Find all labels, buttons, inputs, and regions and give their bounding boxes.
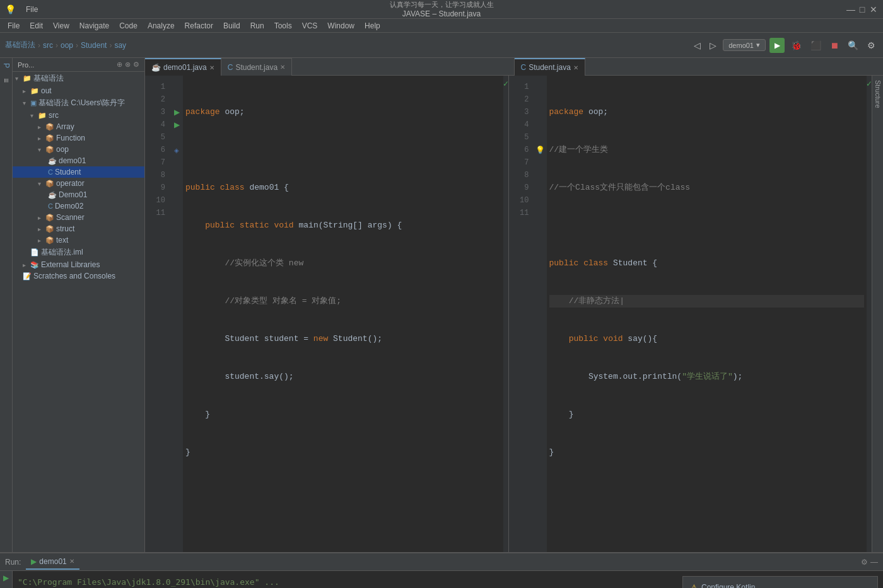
- breadcrumb-say[interactable]: say: [114, 41, 126, 50]
- project-tree: ▾ 📁 基础语法 ▸ 📁 out ▾ ▣ 基础语法 C:\Users\陈丹字 ▾…: [13, 72, 144, 552]
- tab-student-left[interactable]: C Student.java ✕: [221, 58, 292, 76]
- breadcrumb-student[interactable]: Student: [81, 41, 107, 50]
- bulb-icon[interactable]: 💡: [535, 146, 545, 154]
- run-arrow-icon[interactable]: ▶: [174, 120, 180, 129]
- tree-item-iml[interactable]: 📄 基础语法.iml: [13, 246, 144, 259]
- settings-icon[interactable]: ⚙: [865, 39, 878, 52]
- tab-close[interactable]: ✕: [69, 558, 74, 565]
- project-header: Pro... ⊕ ⊗ ⚙: [13, 58, 144, 72]
- gutter-item[interactable]: ▶: [170, 106, 183, 118]
- code-line: }: [549, 408, 865, 421]
- menu-file[interactable]: File: [3, 20, 25, 32]
- tree-item-opdemo01[interactable]: ☕ Demo01: [13, 189, 144, 200]
- menu-file[interactable]: File: [21, 4, 43, 15]
- tree-label: 基础语法: [33, 73, 64, 84]
- expand-arrow: ▸: [38, 237, 45, 244]
- tab-close[interactable]: ✕: [280, 64, 285, 71]
- breadcrumb-oop[interactable]: oop: [61, 41, 73, 50]
- stop-button[interactable]: ⏹: [827, 39, 841, 52]
- settings-icon[interactable]: ⚙: [861, 558, 868, 567]
- gutter-item[interactable]: 💡: [534, 144, 547, 156]
- tree-item-operator[interactable]: ▾ 📦 operator: [13, 178, 144, 189]
- gutter-item[interactable]: ▶: [170, 118, 183, 131]
- package-icon: 📦: [45, 236, 54, 245]
- minimize-icon[interactable]: —: [870, 558, 878, 567]
- tree-item[interactable]: ▸ 📁 out: [13, 85, 144, 96]
- run-play-btn[interactable]: ▶: [3, 574, 9, 582]
- editor-content-right[interactable]: 1 2 3 4 5 6 7 8 9 10 11: [509, 76, 872, 552]
- bottom-tab-controls: ⚙ —: [861, 558, 878, 567]
- tree-item-extlibs[interactable]: ▸ 📚 External Libraries: [13, 259, 144, 270]
- run-config-dropdown[interactable]: demo01▾: [723, 39, 766, 51]
- tree-item-demo01[interactable]: ☕ demo01: [13, 155, 144, 166]
- run-arrow-icon[interactable]: ▶: [174, 108, 180, 117]
- run-sidebar: ▶ ⏹ ↺ ↑ ↓ ⇥ 🖨: [0, 571, 13, 588]
- debug-button[interactable]: 🐞: [788, 39, 804, 52]
- scratches-icon: 📝: [23, 272, 32, 280]
- code-area-left[interactable]: package oop; public class demo01 { publi…: [183, 76, 503, 552]
- line-num: 9: [145, 182, 170, 194]
- tree-item-text[interactable]: ▸ 📦 text: [13, 234, 144, 246]
- nav-forward-icon[interactable]: ▷: [707, 39, 719, 52]
- tree-item-demo02[interactable]: C Demo02: [13, 200, 144, 212]
- menu-help[interactable]: Help: [360, 20, 385, 32]
- menu-vcs[interactable]: VCS: [297, 20, 323, 32]
- breadcrumb-root[interactable]: 基础语法: [5, 40, 35, 50]
- menu-build[interactable]: Build: [218, 20, 245, 32]
- expand-arrow: ▸: [38, 124, 45, 130]
- menu-refactor[interactable]: Refactor: [180, 20, 218, 32]
- tree-item[interactable]: ▸ 📦 Array: [13, 121, 144, 132]
- tree-item[interactable]: ▾ ▣ 基础语法 C:\Users\陈丹字: [13, 96, 144, 110]
- editor-pane-left[interactable]: 1 2 3 4 5 6 7 8 9 10 11: [145, 76, 508, 552]
- search-everywhere-icon[interactable]: 🔍: [845, 39, 861, 52]
- structure-icon[interactable]: ≡: [1, 76, 12, 85]
- tree-item[interactable]: ▾ 📁 src: [13, 110, 144, 121]
- tree-item-function[interactable]: ▸ 📦 Function: [13, 132, 144, 144]
- editor-content-left[interactable]: 1 2 3 4 5 6 7 8 9 10 11: [145, 76, 508, 552]
- coverage-button[interactable]: ⬛: [808, 39, 824, 52]
- code-area-right[interactable]: package oop; //建一个学生类 //一个Class文件只能包含一个c…: [547, 76, 867, 552]
- tree-item-scratches[interactable]: 📝 Scratches and Consoles: [13, 270, 144, 282]
- editor-tab-bar: ☕ demo01.java ✕ C Student.java ✕ C Stude…: [145, 58, 883, 76]
- run-label: Run:: [5, 558, 21, 567]
- tab-close[interactable]: ✕: [573, 64, 578, 71]
- nav-back-icon[interactable]: ◁: [691, 39, 703, 52]
- tree-item[interactable]: ▾ 📁 基础语法: [13, 72, 144, 85]
- breadcrumb-src[interactable]: src: [43, 41, 53, 50]
- tab-icon: ☕: [151, 63, 161, 72]
- menu-view[interactable]: View: [48, 20, 74, 32]
- code-line-current[interactable]: //非静态方法|: [549, 295, 865, 308]
- run-button[interactable]: ▶: [769, 38, 785, 53]
- project-icon[interactable]: P: [1, 61, 12, 71]
- gutter-item: [170, 156, 183, 169]
- tree-item-student[interactable]: C Student: [13, 166, 144, 178]
- scroll-from-source-icon[interactable]: ⊗: [125, 61, 131, 69]
- bottom-tab-run[interactable]: ▶ demo01 ✕: [26, 555, 79, 570]
- titlebar-title: 认真学习每一天，让学习成就人生 JAVASE – Student.java: [390, 0, 494, 18]
- menu-edit[interactable]: Edit: [25, 20, 48, 32]
- tree-item-scanner[interactable]: ▸ 📦 Scanner: [13, 212, 144, 223]
- tab-student-right[interactable]: C Student.java ✕: [515, 58, 585, 76]
- tree-label-extlibs: External Libraries: [41, 260, 100, 269]
- tab-demo01[interactable]: ☕ demo01.java ✕: [145, 58, 221, 76]
- menu-navigate[interactable]: Navigate: [74, 20, 114, 32]
- tree-item-oop[interactable]: ▾ 📦 oop: [13, 144, 144, 155]
- maximize-btn[interactable]: □: [858, 5, 867, 14]
- tree-settings-icon[interactable]: ⚙: [133, 61, 139, 69]
- structure-icon[interactable]: Structure: [874, 78, 882, 110]
- expand-arrow: ▾: [15, 75, 23, 82]
- menu-tools[interactable]: Tools: [269, 20, 297, 32]
- close-btn[interactable]: ✕: [869, 5, 878, 14]
- tab-close[interactable]: ✕: [209, 64, 214, 71]
- collapse-icon[interactable]: ⊕: [117, 61, 122, 69]
- check-mark: ✓: [867, 76, 872, 92]
- menu-window[interactable]: Window: [322, 20, 360, 32]
- editor-pane-right[interactable]: 1 2 3 4 5 6 7 8 9 10 11: [508, 76, 872, 552]
- menu-code[interactable]: Code: [114, 20, 143, 32]
- run-output[interactable]: "C:\Program Files\Java\jdk1.8.0_291\bin\…: [13, 571, 677, 588]
- line-num: 4: [145, 118, 170, 131]
- menu-analyze[interactable]: Analyze: [143, 20, 180, 32]
- minimize-btn[interactable]: —: [846, 5, 855, 14]
- menu-run[interactable]: Run: [245, 20, 269, 32]
- tree-item-struct[interactable]: ▸ 📦 struct: [13, 223, 144, 234]
